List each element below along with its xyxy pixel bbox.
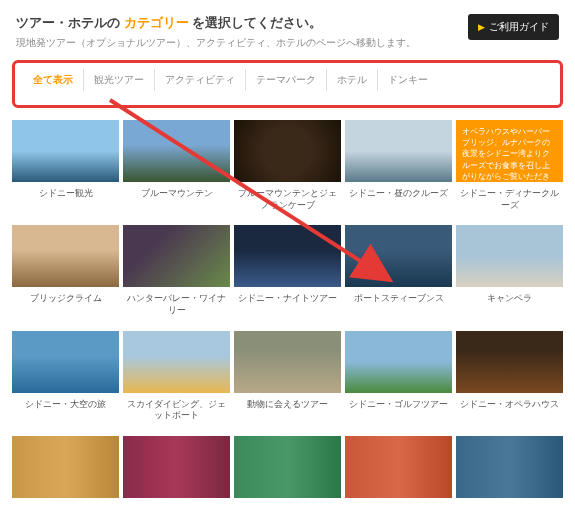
card-label: シドニー・ナイトツアー	[234, 287, 341, 317]
card-label	[12, 498, 119, 506]
card-label: ポートスティーブンス	[345, 287, 452, 317]
card-opera-house[interactable]: シドニー・オペラハウス	[456, 331, 563, 432]
card-port-stephens[interactable]: ポートスティーブンス	[345, 225, 452, 326]
card-animals[interactable]: 動物に会えるツアー	[234, 331, 341, 432]
card-skydiving[interactable]: スカイダイビング、ジェットボート	[123, 331, 230, 432]
card-item[interactable]	[123, 436, 230, 506]
header-text: ツアー・ホテルの カテゴリー を選択してください。 現地発ツアー（オプショナルツ…	[16, 14, 468, 50]
card-label: ブリッジクライム	[12, 287, 119, 317]
card-night-tour[interactable]: シドニー・ナイトツアー	[234, 225, 341, 326]
card-thumb	[456, 436, 563, 498]
card-label: シドニー・オペラハウス	[456, 393, 563, 423]
card-thumb	[345, 120, 452, 182]
promo-text: オペラハウスやハーバーブリッジ、ルナパークの夜景をシドニー湾よりクルーズでお食事…	[456, 120, 563, 182]
title-post: を選択してください。	[192, 15, 322, 30]
card-label	[345, 498, 452, 506]
card-canberra[interactable]: キャンベラ	[456, 225, 563, 326]
card-day-cruise[interactable]: シドニー・昼のクルーズ	[345, 120, 452, 221]
card-thumb	[456, 331, 563, 393]
card-label: キャンベラ	[456, 287, 563, 317]
card-golf[interactable]: シドニー・ゴルフツアー	[345, 331, 452, 432]
card-hunter-valley[interactable]: ハンターバレー・ワイナリー	[123, 225, 230, 326]
card-bridge-climb[interactable]: ブリッジクライム	[12, 225, 119, 326]
card-thumb	[234, 120, 341, 182]
card-thumb	[123, 436, 230, 498]
card-dinner-cruise[interactable]: オペラハウスやハーバーブリッジ、ルナパークの夜景をシドニー湾よりクルーズでお食事…	[456, 120, 563, 221]
card-item[interactable]	[12, 436, 119, 506]
page-subtitle: 現地発ツアー（オプショナルツアー）、アクティビティ、ホテルのページへ移動します。	[16, 36, 468, 50]
title-accent: カテゴリー	[124, 15, 193, 30]
card-label: シドニー・大空の旅	[12, 393, 119, 423]
card-thumb	[234, 225, 341, 287]
card-label: スカイダイビング、ジェットボート	[123, 393, 230, 432]
card-label: シドニー・昼のクルーズ	[345, 182, 452, 212]
card-thumb	[123, 225, 230, 287]
page-title: ツアー・ホテルの カテゴリー を選択してください。	[16, 14, 468, 32]
card-grid: シドニー観光 ブルーマウンテン ブルーマウンテンとジェノランケーブ シドニー・昼…	[0, 120, 575, 506]
card-blue-mountain[interactable]: ブルーマウンテン	[123, 120, 230, 221]
card-thumb	[234, 436, 341, 498]
guide-button[interactable]: ▶ ご利用ガイド	[468, 14, 559, 40]
header: ツアー・ホテルの カテゴリー を選択してください。 現地発ツアー（オプショナルツ…	[0, 0, 575, 60]
card-thumb	[12, 225, 119, 287]
card-thumb	[12, 436, 119, 498]
card-thumb	[123, 120, 230, 182]
title-pre: ツアー・ホテルの	[16, 15, 124, 30]
card-label	[456, 498, 563, 506]
card-label: ハンターバレー・ワイナリー	[123, 287, 230, 326]
card-thumb	[345, 225, 452, 287]
card-label: シドニー観光	[12, 182, 119, 212]
card-thumb	[12, 120, 119, 182]
card-label	[234, 498, 341, 506]
card-thumb	[234, 331, 341, 393]
card-label: ブルーマウンテン	[123, 182, 230, 212]
tabs: 全て表示 観光ツアー アクティビティ テーマパーク ホテル ドンキー	[15, 69, 560, 91]
card-thumb	[345, 331, 452, 393]
card-label: シドニー・ディナークルーズ	[456, 182, 563, 221]
card-thumb	[12, 331, 119, 393]
tab-all[interactable]: 全て表示	[23, 69, 84, 91]
card-label: 動物に会えるツアー	[234, 393, 341, 423]
play-icon: ▶	[478, 22, 485, 32]
card-sydney-sightseeing[interactable]: シドニー観光	[12, 120, 119, 221]
card-item[interactable]	[345, 436, 452, 506]
tab-sightseeing[interactable]: 観光ツアー	[84, 69, 155, 91]
card-item[interactable]	[456, 436, 563, 506]
guide-button-label: ご利用ガイド	[489, 20, 549, 34]
card-item[interactable]	[234, 436, 341, 506]
card-jenolan[interactable]: ブルーマウンテンとジェノランケーブ	[234, 120, 341, 221]
card-thumb	[123, 331, 230, 393]
card-thumb	[345, 436, 452, 498]
card-label: ブルーマウンテンとジェノランケーブ	[234, 182, 341, 221]
tab-activity[interactable]: アクティビティ	[155, 69, 246, 91]
tab-donkey[interactable]: ドンキー	[378, 69, 438, 91]
tabs-container: 全て表示 観光ツアー アクティビティ テーマパーク ホテル ドンキー	[12, 60, 563, 108]
card-thumb	[456, 225, 563, 287]
tab-hotel[interactable]: ホテル	[327, 69, 378, 91]
tabs-highlight-border: 全て表示 観光ツアー アクティビティ テーマパーク ホテル ドンキー	[12, 60, 563, 108]
card-label	[123, 498, 230, 506]
card-sky-tour[interactable]: シドニー・大空の旅	[12, 331, 119, 432]
card-label: シドニー・ゴルフツアー	[345, 393, 452, 423]
tab-themepark[interactable]: テーマパーク	[246, 69, 327, 91]
